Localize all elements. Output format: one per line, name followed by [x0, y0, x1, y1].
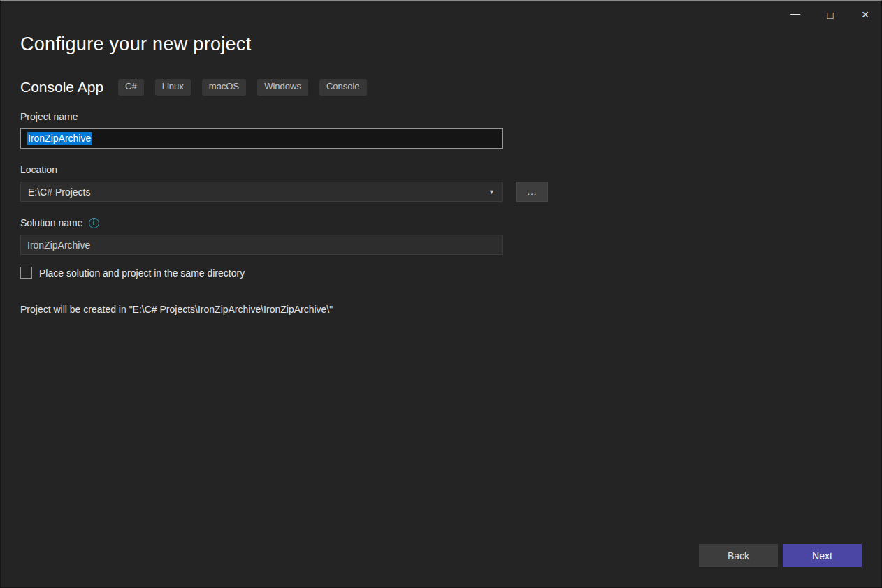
chevron-down-icon: ▼ [489, 189, 495, 196]
tag-macos: macOS [202, 79, 246, 95]
maximize-button[interactable]: □ [820, 4, 841, 25]
tag-list: C# Linux macOS Windows Console [118, 79, 367, 95]
back-button[interactable]: Back [699, 544, 778, 567]
project-type-row: Console App C# Linux macOS Windows Conso… [20, 79, 862, 96]
close-icon: ✕ [861, 10, 869, 20]
tag-csharp: C# [118, 79, 144, 95]
footer-buttons: Back Next [699, 544, 862, 567]
tag-console: Console [319, 79, 367, 95]
location-value: E:\C# Projects [28, 186, 90, 198]
project-name-label: Project name [20, 111, 862, 122]
dialog-content: Configure your new project Console App C… [1, 34, 881, 315]
solution-name-input[interactable] [20, 235, 503, 255]
project-name-selected-text: IronZipArchive [27, 132, 92, 145]
solution-name-label: Solution name [20, 217, 83, 228]
tag-linux: Linux [155, 79, 191, 95]
minimize-button[interactable]: — [785, 4, 806, 25]
close-button[interactable]: ✕ [855, 4, 876, 25]
same-directory-checkbox[interactable] [20, 267, 32, 279]
titlebar: — □ ✕ [1, 1, 881, 28]
same-directory-row: Place solution and project in the same d… [20, 267, 862, 279]
page-title: Configure your new project [20, 34, 862, 55]
browse-button[interactable]: ... [516, 182, 548, 202]
maximize-icon: □ [827, 10, 833, 20]
project-name-input[interactable]: IronZipArchive [20, 128, 503, 149]
same-directory-label: Place solution and project in the same d… [39, 267, 245, 279]
tag-windows: Windows [257, 79, 308, 95]
next-button[interactable]: Next [783, 544, 862, 567]
location-row: E:\C# Projects ▼ ... [20, 182, 862, 202]
creation-note: Project will be created in "E:\C# Projec… [20, 304, 862, 315]
solution-name-label-row: Solution name i [20, 217, 862, 228]
minimize-icon: — [790, 8, 800, 18]
configure-project-dialog: — □ ✕ Configure your new project Console… [0, 0, 882, 588]
location-label: Location [20, 164, 862, 175]
project-type-name: Console App [20, 79, 103, 96]
info-icon[interactable]: i [89, 218, 99, 228]
location-dropdown[interactable]: E:\C# Projects ▼ [20, 182, 503, 202]
